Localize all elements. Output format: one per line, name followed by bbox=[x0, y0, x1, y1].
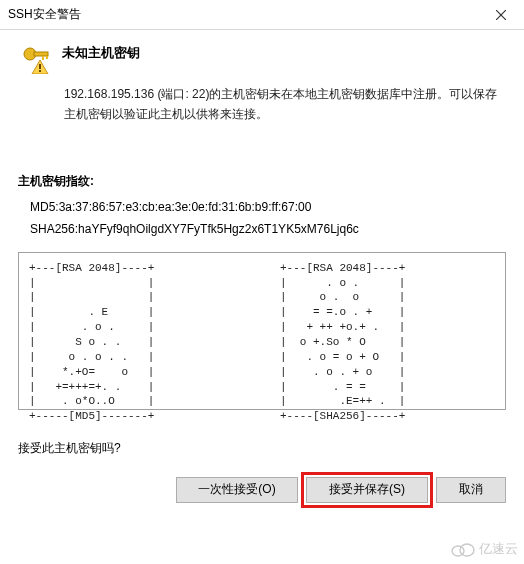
ascii-rsa: +---[RSA 2048]----+ | | | | | . E | | . … bbox=[29, 261, 244, 401]
description: 192.168.195.136 (端口: 22)的主机密钥未在本地主机密钥数据库… bbox=[20, 84, 506, 125]
heading: 未知主机密钥 bbox=[62, 44, 140, 62]
button-row: 一次性接受(O) 接受并保存(S) 取消 bbox=[18, 467, 506, 503]
cancel-button[interactable]: 取消 bbox=[436, 477, 506, 503]
close-button[interactable] bbox=[478, 0, 524, 30]
svg-rect-7 bbox=[39, 64, 41, 69]
confirm-question: 接受此主机密钥吗? bbox=[18, 440, 506, 457]
svg-rect-3 bbox=[34, 52, 48, 56]
cloud-icon bbox=[449, 541, 475, 557]
svg-point-10 bbox=[460, 544, 474, 556]
ascii-art-box: +---[RSA 2048]----+ | | | | | . E | | . … bbox=[18, 252, 506, 410]
fingerprint-label: 主机密钥指纹: bbox=[18, 173, 506, 190]
close-icon bbox=[496, 10, 506, 20]
svg-rect-5 bbox=[46, 56, 48, 59]
window-title: SSH安全警告 bbox=[8, 6, 81, 23]
header-row: 未知主机密钥 bbox=[18, 40, 506, 74]
svg-rect-8 bbox=[39, 70, 41, 72]
titlebar: SSH安全警告 bbox=[0, 0, 524, 30]
ascii-sha: +---[RSA 2048]----+ | . o . | | o . o | … bbox=[280, 261, 495, 401]
watermark: 亿速云 bbox=[449, 540, 518, 558]
accept-save-button[interactable]: 接受并保存(S) bbox=[306, 477, 428, 503]
svg-point-9 bbox=[452, 546, 464, 556]
svg-rect-4 bbox=[42, 56, 44, 60]
watermark-text: 亿速云 bbox=[479, 540, 518, 558]
md5-fingerprint: MD5:3a:37:86:57:e3:cb:ea:3e:0e:fd:31:6b:… bbox=[30, 200, 506, 214]
accept-once-button[interactable]: 一次性接受(O) bbox=[176, 477, 298, 503]
dialog-content: 未知主机密钥 192.168.195.136 (端口: 22)的主机密钥未在本地… bbox=[0, 30, 524, 503]
key-warning-icon bbox=[18, 40, 52, 74]
sha256-fingerprint: SHA256:haYFyf9qhOilgdXY7FyTfk5Hgz2x6T1YK… bbox=[30, 222, 506, 236]
